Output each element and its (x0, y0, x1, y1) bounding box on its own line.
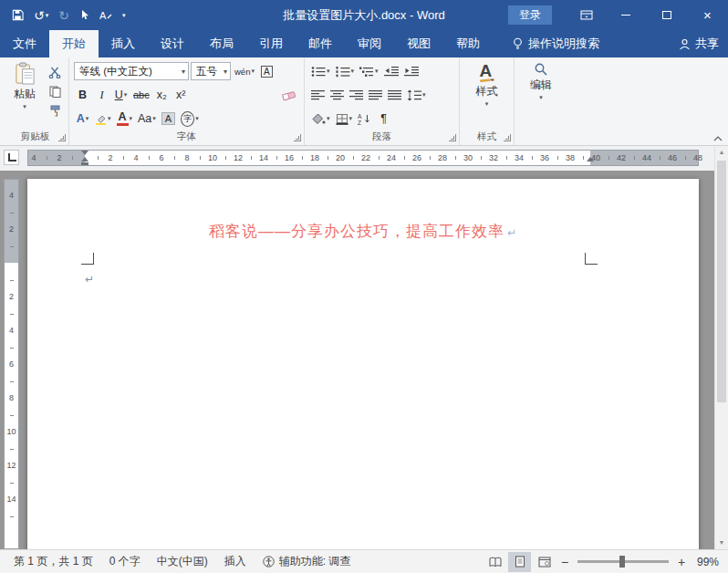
align-right-icon[interactable] (348, 86, 365, 105)
v-ruler-tick (10, 381, 14, 382)
distributed-icon[interactable] (386, 86, 403, 105)
scroll-up-icon[interactable]: ▲ (715, 146, 728, 159)
tab-引用[interactable]: 引用 (246, 30, 296, 57)
enclose-characters-button[interactable]: 字▾ (179, 109, 201, 129)
paragraph-dialog-launcher[interactable] (449, 134, 456, 141)
zoom-out-button[interactable]: − (556, 555, 573, 569)
minimize-button[interactable] (605, 0, 646, 30)
accessibility-status[interactable]: 辅助功能: 调查 (255, 554, 359, 569)
multilevel-list-icon[interactable]: ▾ (358, 62, 380, 81)
insert-mode-indicator[interactable]: 插入 (216, 554, 255, 569)
scroll-down-icon[interactable]: ▼ (715, 537, 728, 549)
v-ruler-band[interactable]: 422468101214 (4, 179, 19, 549)
eraser-icon[interactable] (280, 86, 299, 105)
lightbulb-icon (513, 37, 523, 50)
pinyin-guide-button[interactable]: wén▾ (233, 62, 256, 81)
format-painter-icon[interactable] (46, 103, 64, 119)
align-center-icon[interactable] (328, 86, 346, 105)
paste-button[interactable]: 粘贴 ▾ (6, 60, 43, 130)
document-heading: 稻客说——分享办公技巧，提高工作效率 (209, 223, 504, 240)
sort-icon[interactable]: AZ (356, 109, 373, 129)
zoom-in-button[interactable]: + (673, 555, 690, 569)
tab-审阅[interactable]: 审阅 (345, 30, 394, 57)
h-ruler-number: 12 (234, 153, 243, 162)
login-button[interactable]: 登录 (508, 5, 552, 25)
h-ruler-tick (506, 156, 507, 160)
share-button[interactable]: 共享 (679, 30, 719, 57)
strikethrough-button[interactable]: abc (131, 86, 151, 105)
print-layout-icon[interactable] (508, 552, 531, 572)
tab-邮件[interactable]: 邮件 (296, 30, 345, 57)
document-page[interactable]: 稻客说——分享办公技巧，提高工作效率↵ ↵ (27, 179, 699, 549)
document-area[interactable]: 422468101214 稻客说——分享办公技巧，提高工作效率↵ ↵ (0, 171, 714, 549)
line-spacing-icon[interactable]: ▾ (405, 86, 428, 105)
italic-button[interactable]: I (93, 86, 110, 105)
zoom-slider-handle[interactable] (619, 556, 625, 568)
ribbon-display-options-icon[interactable] (576, 10, 598, 20)
tab-file[interactable]: 文件 (0, 30, 49, 57)
tab-插入[interactable]: 插入 (99, 30, 148, 57)
h-ruler-tick (123, 156, 124, 160)
editing-button[interactable]: 编辑 ▾ (519, 60, 563, 130)
hanging-indent-marker[interactable] (81, 157, 88, 161)
bold-button[interactable]: B (74, 86, 91, 105)
tab-设计[interactable]: 设计 (148, 30, 197, 57)
tab-视图[interactable]: 视图 (394, 30, 443, 57)
scrollbar-thumb[interactable] (717, 161, 726, 402)
borders-icon[interactable]: ▾ (334, 109, 355, 129)
styles-button[interactable]: A 样式 ▾ (464, 60, 509, 130)
save-icon[interactable] (12, 9, 24, 21)
bullets-icon[interactable]: ▾ (309, 62, 332, 81)
font-color-button[interactable]: A▾ (115, 109, 135, 129)
tell-me-box[interactable]: 操作说明搜索 (513, 30, 599, 57)
decrease-indent-icon[interactable] (382, 62, 400, 81)
undo-icon[interactable]: ↺▾ (34, 9, 48, 22)
text-effects-button[interactable]: A▾ (74, 109, 91, 129)
page-indicator[interactable]: 第 1 页，共 1 页 (5, 554, 101, 569)
justify-icon[interactable] (367, 86, 384, 105)
underline-button[interactable]: U▾ (112, 86, 130, 105)
zoom-slider[interactable] (577, 560, 669, 563)
redo-icon[interactable]: ↻ (58, 9, 69, 22)
h-ruler-band[interactable]: 4224681012141618202224262830323436384042… (27, 150, 699, 166)
cut-icon[interactable] (46, 65, 64, 80)
web-layout-icon[interactable] (533, 552, 556, 572)
v-ruler-number: 14 (6, 495, 16, 504)
styles-dialog-launcher[interactable] (504, 134, 511, 141)
left-indent-marker[interactable] (81, 162, 88, 165)
character-border-button[interactable]: A (258, 62, 276, 81)
clipboard-dialog-launcher[interactable] (58, 134, 66, 141)
numbering-icon[interactable]: ▾ (334, 62, 357, 81)
first-line-indent-marker[interactable] (81, 151, 88, 155)
collapse-ribbon-icon[interactable] (713, 136, 723, 141)
superscript-button[interactable]: x² (172, 86, 190, 105)
vertical-scrollbar[interactable]: ▲ ▼ (714, 146, 728, 549)
tab-selector[interactable] (4, 150, 19, 165)
read-mode-icon[interactable] (484, 552, 506, 572)
font-dialog-launcher[interactable] (294, 134, 301, 141)
increase-indent-icon[interactable] (402, 62, 421, 81)
draw-format-icon[interactable]: A (99, 9, 112, 21)
font-size-combo[interactable]: 五号▾ (191, 62, 231, 80)
font-name-combo[interactable]: 等线 (中文正文)▾ (74, 62, 189, 80)
tab-布局[interactable]: 布局 (197, 30, 246, 57)
word-count[interactable]: 0 个字 (101, 554, 149, 569)
touch-mode-icon[interactable] (79, 9, 89, 21)
show-marks-button[interactable]: ¶ (375, 109, 392, 129)
change-case-button[interactable]: Aa▾ (136, 109, 158, 129)
copy-icon[interactable] (46, 84, 64, 99)
language-indicator[interactable]: 中文(中国) (149, 554, 216, 569)
shading-fill-icon[interactable]: ▾ (309, 109, 332, 129)
zoom-level[interactable]: 99% (690, 556, 723, 568)
subscript-button[interactable]: x₂ (153, 86, 171, 105)
highlight-button[interactable]: ▾ (93, 109, 113, 129)
character-shading-button[interactable]: A (160, 109, 177, 129)
align-left-icon[interactable] (309, 86, 327, 105)
paragraph-group-label: 段落 (305, 130, 459, 143)
close-button[interactable]: × (687, 0, 728, 30)
h-ruler-number: 28 (438, 153, 447, 162)
maximize-button[interactable] (646, 0, 687, 30)
qat-customize-icon[interactable]: ▾ (122, 12, 126, 18)
tab-帮助[interactable]: 帮助 (443, 30, 493, 57)
tab-开始[interactable]: 开始 (49, 30, 99, 57)
